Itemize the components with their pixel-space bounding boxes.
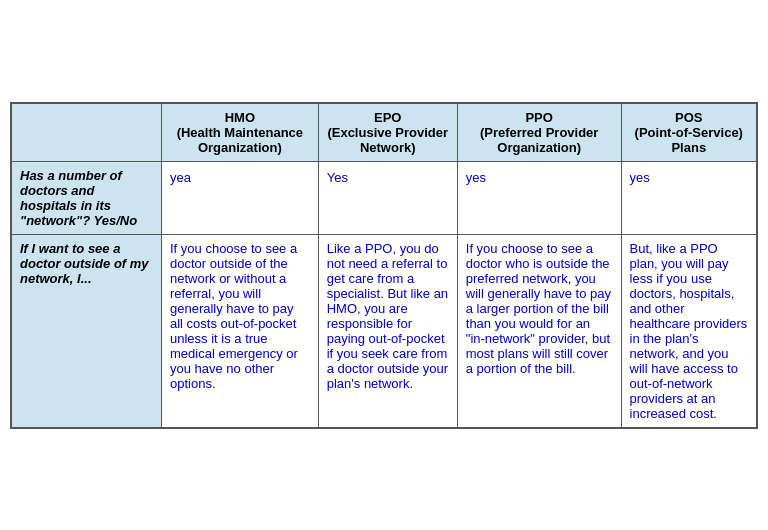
row1-pos: yes xyxy=(621,161,756,234)
header-pos: POS (Point-of-Service) Plans xyxy=(621,103,756,161)
row-outside-network: If I want to see a doctor outside of my … xyxy=(12,234,757,427)
hmo-title-line3: Organization) xyxy=(198,140,282,155)
row1-label: Has a number of doctors and hospitals in… xyxy=(12,161,162,234)
ppo-title-line3: Organization) xyxy=(497,140,581,155)
row2-epo: Like a PPO, you do not need a referral t… xyxy=(318,234,457,427)
header-hmo: HMO (Health Maintenance Organization) xyxy=(162,103,319,161)
row2-pos: But, like a PPO plan, you will pay less … xyxy=(621,234,756,427)
epo-title-line2: (Exclusive Provider xyxy=(327,125,448,140)
pos-title-line3: Plans xyxy=(671,140,706,155)
row2-hmo: If you choose to see a doctor outside of… xyxy=(162,234,319,427)
row1-ppo: yes xyxy=(457,161,621,234)
comparison-table: HMO (Health Maintenance Organization) EP… xyxy=(10,102,758,429)
row-network: Has a number of doctors and hospitals in… xyxy=(12,161,757,234)
pos-title-line2: (Point-of-Service) xyxy=(635,125,743,140)
row2-ppo: If you choose to see a doctor who is out… xyxy=(457,234,621,427)
hmo-title-line1: HMO xyxy=(225,110,255,125)
row1-hmo: yea xyxy=(162,161,319,234)
header-ppo: PPO (Preferred Provider Organization) xyxy=(457,103,621,161)
header-row-label xyxy=(12,103,162,161)
header-epo: EPO (Exclusive Provider Network) xyxy=(318,103,457,161)
row2-label: If I want to see a doctor outside of my … xyxy=(12,234,162,427)
epo-title-line3: Network) xyxy=(360,140,416,155)
ppo-title-line2: (Preferred Provider xyxy=(480,125,599,140)
row1-epo: Yes xyxy=(318,161,457,234)
pos-title-line1: POS xyxy=(675,110,702,125)
epo-title-line1: EPO xyxy=(374,110,401,125)
hmo-title-line2: (Health Maintenance xyxy=(177,125,303,140)
ppo-title-line1: PPO xyxy=(525,110,552,125)
